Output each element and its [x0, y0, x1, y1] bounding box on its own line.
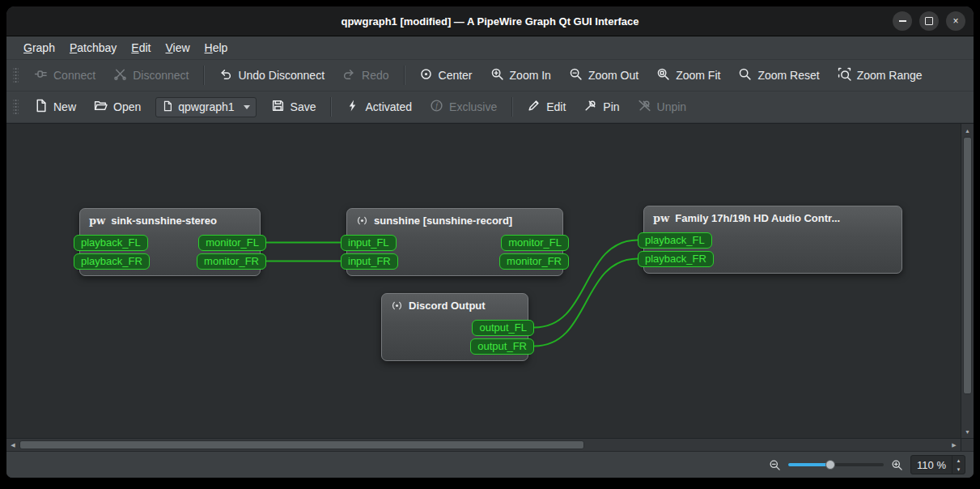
new-button[interactable]: New [26, 94, 84, 120]
save-label: Save [291, 100, 316, 113]
menu-graph[interactable]: Graph [16, 36, 62, 59]
toolbar-separator [404, 66, 405, 85]
menu-view-label: View [165, 41, 189, 54]
menu-edit[interactable]: Edit [124, 36, 158, 59]
center-button[interactable]: Center [411, 62, 481, 88]
zoom-in-icon [490, 67, 504, 83]
port-output-fl[interactable]: output_FL [472, 320, 534, 336]
zoom-slider[interactable] [788, 458, 884, 471]
close-icon: × [952, 16, 958, 26]
session-combo[interactable]: qpwgraph1 [155, 97, 256, 117]
scroll-down-arrow-icon[interactable]: ▼ [961, 426, 974, 437]
undo-disconnect-label: Undo Disconnect [238, 69, 325, 82]
node-sink-sunshine-stereo[interactable]: pw sink-sunshine-stereo playback_FL moni… [79, 208, 261, 276]
zoom-in-button[interactable]: Zoom In [482, 62, 559, 88]
menu-help[interactable]: Help [197, 36, 235, 59]
open-label: Open [113, 100, 141, 113]
save-icon [271, 99, 285, 115]
edit-pencil-icon [527, 99, 541, 115]
vertical-scrollbar-thumb[interactable] [963, 137, 972, 394]
vertical-scrollbar[interactable]: ▲ ▼ [961, 124, 974, 438]
port-playback-fl[interactable]: playback_FL [74, 235, 148, 251]
redo-label: Redo [362, 69, 388, 82]
unpin-label: Unpin [657, 100, 687, 113]
titlebar[interactable]: qpwgraph1 [modified] — A PipeWire Graph … [6, 6, 974, 36]
scroll-up-arrow-icon[interactable]: ▲ [961, 125, 974, 136]
graph-canvas[interactable]: pw sink-sunshine-stereo playback_FL moni… [6, 124, 961, 438]
connect-button[interactable]: Connect [26, 62, 104, 88]
maximize-button[interactable] [919, 11, 939, 31]
zoom-range-button[interactable]: Zoom Range [829, 62, 931, 88]
pipewire-icon: pw [653, 212, 669, 224]
minimize-icon [899, 20, 906, 22]
file-icon [162, 100, 173, 114]
horizontal-scrollbar[interactable]: ◀ ▶ [6, 438, 961, 451]
toolbar-handle[interactable] [13, 66, 19, 84]
activated-bolt-icon [346, 99, 359, 115]
zoom-reset-label: Zoom Reset [757, 69, 819, 82]
minimize-button[interactable] [893, 11, 912, 31]
activated-button[interactable]: Activated [337, 94, 420, 120]
node-icon [391, 300, 403, 312]
zoom-spinbox[interactable]: 110 % ▲ ▼ [910, 455, 965, 474]
app-window: qpwgraph1 [modified] — A PipeWire Graph … [6, 6, 974, 478]
pin-icon [583, 99, 597, 115]
zoom-reset-icon [738, 67, 752, 83]
window-title: qpwgraph1 [modified] — A PipeWire Graph … [341, 15, 638, 28]
spin-down-icon[interactable]: ▼ [952, 465, 965, 474]
pin-button[interactable]: Pin [575, 94, 627, 120]
zoom-out-icon[interactable] [769, 459, 781, 471]
close-button[interactable]: × [946, 11, 965, 31]
toolbar-handle[interactable] [13, 98, 19, 116]
connection-wires [6, 124, 961, 438]
edit-button[interactable]: Edit [519, 94, 574, 120]
node-header: sunshine [sunshine-record] [347, 215, 562, 233]
open-button[interactable]: Open [86, 94, 149, 120]
scroll-right-arrow-icon[interactable]: ▶ [948, 439, 960, 451]
node-title: Discord Output [409, 300, 486, 312]
spin-up-icon[interactable]: ▲ [952, 456, 965, 465]
node-header: Discord Output [382, 300, 528, 318]
port-monitor-fr[interactable]: monitor_FR [197, 253, 266, 270]
unpin-button[interactable]: Unpin [630, 94, 695, 120]
toolbar-separator [511, 97, 512, 117]
port-monitor-fl[interactable]: monitor_FL [198, 235, 266, 251]
menu-view[interactable]: View [158, 36, 197, 59]
node-title: sink-sunshine-stereo [111, 215, 217, 227]
redo-button[interactable]: Redo [334, 62, 397, 88]
menu-patchbay[interactable]: Patchbay [62, 36, 124, 59]
zoom-reset-button[interactable]: Zoom Reset [730, 62, 827, 88]
zoom-range-label: Zoom Range [857, 69, 923, 82]
zoom-value[interactable]: 110 % [911, 456, 952, 474]
node-discord-output[interactable]: Discord Output output_FL output_FR [381, 293, 528, 361]
node-sunshine-record[interactable]: sunshine [sunshine-record] input_FL moni… [346, 208, 563, 276]
port-playback-fr[interactable]: playback_FR [638, 251, 714, 267]
node-header: pw Family 17h/19h HD Audio Contr... [644, 212, 902, 231]
new-label: New [53, 100, 76, 113]
zoom-slider-handle[interactable] [825, 460, 835, 470]
port-monitor-fl[interactable]: monitor_FL [501, 235, 569, 251]
horizontal-scrollbar-thumb[interactable] [19, 440, 584, 449]
port-monitor-fr[interactable]: monitor_FR [499, 253, 569, 270]
undo-disconnect-button[interactable]: Undo Disconnect [210, 62, 333, 88]
port-input-fl[interactable]: input_FL [341, 235, 397, 251]
center-label: Center [439, 69, 473, 82]
zoom-fit-button[interactable]: Zoom Fit [648, 62, 728, 88]
save-button[interactable]: Save [263, 94, 325, 120]
statusbar: 110 % ▲ ▼ [6, 451, 974, 478]
disconnect-button[interactable]: Disconnect [105, 62, 197, 88]
edit-label: Edit [546, 100, 566, 113]
zoom-in-icon[interactable] [891, 459, 903, 471]
toolbar-separator [330, 97, 331, 117]
node-header: pw sink-sunshine-stereo [80, 215, 260, 233]
zoom-out-label: Zoom Out [588, 69, 638, 82]
node-family-hd-audio[interactable]: pw Family 17h/19h HD Audio Contr... play… [643, 206, 902, 274]
port-playback-fl[interactable]: playback_FL [638, 232, 712, 249]
scroll-left-arrow-icon[interactable]: ◀ [7, 439, 19, 451]
exclusive-button[interactable]: f Exclusive [422, 94, 505, 120]
port-output-fr[interactable]: output_FR [470, 338, 534, 355]
zoom-out-button[interactable]: Zoom Out [561, 62, 647, 88]
maximize-icon [925, 17, 933, 25]
port-playback-fr[interactable]: playback_FR [74, 253, 150, 270]
port-input-fr[interactable]: input_FR [341, 253, 398, 270]
